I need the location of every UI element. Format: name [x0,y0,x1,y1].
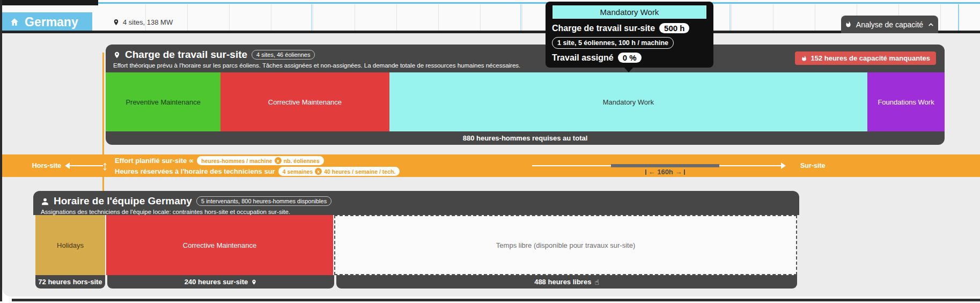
tooltip-detail-pill: 1 site, 5 éoliennes, 100 h / machine [552,37,674,49]
formula-right: nb. éoliennes [284,158,320,164]
timeline-week-line [311,4,312,31]
team-segment-free-time[interactable]: Temps libre (disponible pour travaux sur… [334,215,797,275]
sites-summary: 4 sites, 138 MW [113,12,173,32]
region-breadcrumb-germany[interactable]: Germany [2,12,92,32]
updown-arrow-icon: ↕ [99,154,112,177]
reserved-label: Heures réservées à l'horaire des technic… [115,167,275,175]
team-panel-subtitle: Assignations des techniciens de l'équipe… [41,209,792,215]
chevron-up-icon [927,21,934,28]
tooltip-assigned-value: 0 % [618,53,642,63]
hours-text: 488 heures libres [534,278,591,286]
formula-left: heures-hommes / machine [201,158,272,164]
hours-text: 240 heures sur-site [185,278,248,286]
multiply-icon: x [275,157,282,164]
segment-label: Corrective Maintenance [268,98,342,106]
tooltip-arrow-icon [624,67,633,72]
segment-label: Mandatory Work [603,98,654,106]
top-black-strip [0,0,98,5]
segment-label: Corrective Maintenance [183,241,256,249]
team-panel-title: Horaire de l'équipe Germany [54,195,192,207]
arrowhead-right-icon [781,162,786,169]
workload-bar: Preventive Maintenance Corrective Mainte… [106,72,945,131]
capacity-measure-label: ← 160h → [611,168,719,176]
arrowhead-left-icon [65,162,70,169]
onsite-hours-footer: 240 heures sur-site [107,275,334,289]
capacity-analysis-toggle[interactable]: Analyse de capacité [841,16,938,33]
free-hours-footer: 488 heures libres ☝ [336,275,797,289]
team-schedule-bar: Holidays Corrective Maintenance Temps li… [33,215,799,275]
workload-segment-mandatory[interactable]: Mandatory Work [389,72,867,131]
timeline-gridlines [104,4,962,31]
page-bottom-border [12,299,980,301]
workload-panel: Charge de travail sur-site 4 sites, 46 é… [106,45,945,145]
page-left-border [0,0,2,301]
team-hours-footers: 72 heures hors-site 240 heures sur-site … [33,275,799,289]
workload-sites-badge: 4 sites, 46 éoliennes [252,50,315,60]
onsite-label: Sur-site [800,154,826,177]
offsite-label: Hors-site [2,154,61,177]
flame-icon [845,20,852,28]
tooltip-workload-label: Charge de travail sur-site [552,24,655,33]
timeline-week-line [520,4,521,31]
offsite-arrow-line [69,165,103,166]
tooltip-assigned-label: Travail assigné [552,53,614,63]
workload-segment-corrective[interactable]: Corrective Maintenance [220,72,389,131]
measure-bar-icon [684,169,685,175]
workload-panel-title: Charge de travail sur-site [125,49,247,61]
workload-panel-header: Charge de travail sur-site 4 sites, 46 é… [106,45,945,72]
hours-text: 72 heures hors-site [38,278,102,286]
missing-capacity-text: 152 heures de capacité manquantes [810,54,930,62]
workload-total-text: 880 heures-hommes requises au total [463,134,588,142]
flame-icon [801,55,807,62]
effort-label: Effort planifié sur-site ∝ [115,157,194,165]
team-segment-holidays[interactable]: Holidays [35,215,105,275]
formula-left: 4 semaines [283,168,313,175]
location-pin-icon [113,18,120,26]
offsite-hours-footer: 72 heures hors-site [35,275,105,289]
capacity-toggle-label: Analyse de capacité [856,20,923,29]
tooltip-workload-value: 500 h [659,23,689,33]
team-capacity-badge: 5 intervenants, 800 heures-hommes dispon… [196,196,331,206]
home-icon [10,17,19,27]
location-pin-icon [113,50,121,60]
segment-tooltip: Mandatory Work Charge de travail sur-sit… [546,2,713,68]
formula-right: 40 heures / semaine / tech. [324,168,395,175]
workload-segment-foundations[interactable]: Foundations Work [867,72,945,131]
workload-total-footer: 880 heures-hommes requises au total [106,131,945,145]
measure-text: ← 160h → [649,168,682,176]
location-pin-icon [251,278,257,286]
reserved-formula-pill: 4 semaines x 40 heures / semaine / tech. [278,167,400,176]
workload-segment-preventive[interactable]: Preventive Maintenance [106,72,220,131]
multiply-icon: x [315,168,322,175]
team-segment-corrective[interactable]: Corrective Maintenance [106,215,333,275]
capacity-flow-band: Hors-site ↕ Effort planifié sur-site ∝ h… [2,154,980,177]
team-schedule-panel: Horaire de l'équipe Germany 5 intervenan… [33,191,799,289]
region-label: Germany [25,15,78,29]
team-panel-header: Horaire de l'équipe Germany 5 intervenan… [33,191,799,215]
capacity-overlap-segment [611,164,719,167]
timeline-end-line [958,4,959,31]
segment-label: Temps libre (disponible pour travaux sur… [496,241,635,249]
timeline-week-line [730,4,731,31]
segment-label: Preventive Maintenance [126,98,200,106]
sites-summary-text: 4 sites, 138 MW [123,18,173,26]
missing-capacity-badge[interactable]: 152 heures de capacité manquantes [795,51,936,65]
header-bottom-border [0,31,980,33]
segment-label: Holidays [57,241,84,249]
tooltip-title: Mandatory Work [552,5,707,19]
person-icon [41,197,49,206]
top-accent-line [2,2,980,4]
measure-bar-icon [645,169,646,175]
pointing-hand-icon: ☝ [594,278,599,286]
effort-formula-pill: heures-hommes / machine x nb. éoliennes [197,156,324,165]
segment-label: Foundations Work [878,98,934,106]
